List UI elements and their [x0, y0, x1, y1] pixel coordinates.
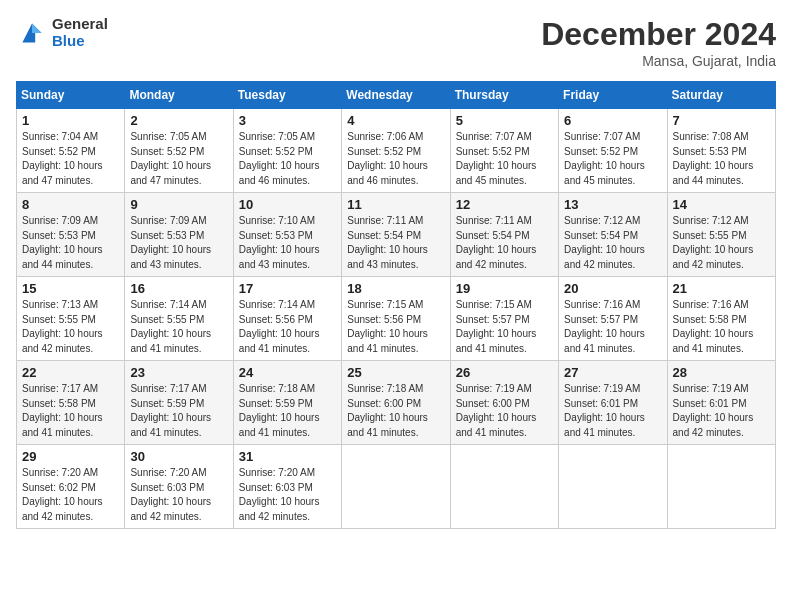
day-info: Sunrise: 7:18 AM Sunset: 6:00 PM Dayligh… — [347, 382, 444, 440]
calendar-cell — [559, 445, 667, 529]
day-info: Sunrise: 7:14 AM Sunset: 5:56 PM Dayligh… — [239, 298, 336, 356]
calendar-cell: 18Sunrise: 7:15 AM Sunset: 5:56 PM Dayli… — [342, 277, 450, 361]
calendar-cell: 14Sunrise: 7:12 AM Sunset: 5:55 PM Dayli… — [667, 193, 775, 277]
day-info: Sunrise: 7:18 AM Sunset: 5:59 PM Dayligh… — [239, 382, 336, 440]
col-wednesday: Wednesday — [342, 82, 450, 109]
day-info: Sunrise: 7:07 AM Sunset: 5:52 PM Dayligh… — [564, 130, 661, 188]
day-number: 17 — [239, 281, 336, 296]
calendar-cell: 12Sunrise: 7:11 AM Sunset: 5:54 PM Dayli… — [450, 193, 558, 277]
logo-text: General Blue — [52, 16, 108, 49]
logo-icon — [16, 17, 48, 49]
day-number: 1 — [22, 113, 119, 128]
day-info: Sunrise: 7:12 AM Sunset: 5:55 PM Dayligh… — [673, 214, 770, 272]
day-number: 21 — [673, 281, 770, 296]
calendar-cell: 7Sunrise: 7:08 AM Sunset: 5:53 PM Daylig… — [667, 109, 775, 193]
day-info: Sunrise: 7:17 AM Sunset: 5:58 PM Dayligh… — [22, 382, 119, 440]
day-info: Sunrise: 7:19 AM Sunset: 6:01 PM Dayligh… — [564, 382, 661, 440]
calendar-cell: 8Sunrise: 7:09 AM Sunset: 5:53 PM Daylig… — [17, 193, 125, 277]
calendar-cell: 17Sunrise: 7:14 AM Sunset: 5:56 PM Dayli… — [233, 277, 341, 361]
calendar-cell: 11Sunrise: 7:11 AM Sunset: 5:54 PM Dayli… — [342, 193, 450, 277]
calendar-cell: 29Sunrise: 7:20 AM Sunset: 6:02 PM Dayli… — [17, 445, 125, 529]
day-info: Sunrise: 7:11 AM Sunset: 5:54 PM Dayligh… — [347, 214, 444, 272]
calendar-cell: 13Sunrise: 7:12 AM Sunset: 5:54 PM Dayli… — [559, 193, 667, 277]
day-number: 5 — [456, 113, 553, 128]
day-number: 31 — [239, 449, 336, 464]
calendar-cell: 26Sunrise: 7:19 AM Sunset: 6:00 PM Dayli… — [450, 361, 558, 445]
day-info: Sunrise: 7:20 AM Sunset: 6:02 PM Dayligh… — [22, 466, 119, 524]
calendar-cell: 3Sunrise: 7:05 AM Sunset: 5:52 PM Daylig… — [233, 109, 341, 193]
day-number: 24 — [239, 365, 336, 380]
calendar-cell: 10Sunrise: 7:10 AM Sunset: 5:53 PM Dayli… — [233, 193, 341, 277]
col-friday: Friday — [559, 82, 667, 109]
calendar-cell: 16Sunrise: 7:14 AM Sunset: 5:55 PM Dayli… — [125, 277, 233, 361]
logo-blue-text: Blue — [52, 33, 108, 50]
day-info: Sunrise: 7:05 AM Sunset: 5:52 PM Dayligh… — [239, 130, 336, 188]
calendar-week-5: 29Sunrise: 7:20 AM Sunset: 6:02 PM Dayli… — [17, 445, 776, 529]
day-info: Sunrise: 7:14 AM Sunset: 5:55 PM Dayligh… — [130, 298, 227, 356]
col-saturday: Saturday — [667, 82, 775, 109]
day-number: 2 — [130, 113, 227, 128]
calendar-cell: 9Sunrise: 7:09 AM Sunset: 5:53 PM Daylig… — [125, 193, 233, 277]
col-thursday: Thursday — [450, 82, 558, 109]
calendar-cell: 1Sunrise: 7:04 AM Sunset: 5:52 PM Daylig… — [17, 109, 125, 193]
calendar-cell: 31Sunrise: 7:20 AM Sunset: 6:03 PM Dayli… — [233, 445, 341, 529]
day-number: 29 — [22, 449, 119, 464]
calendar-cell: 30Sunrise: 7:20 AM Sunset: 6:03 PM Dayli… — [125, 445, 233, 529]
day-number: 12 — [456, 197, 553, 212]
calendar-week-2: 8Sunrise: 7:09 AM Sunset: 5:53 PM Daylig… — [17, 193, 776, 277]
day-number: 16 — [130, 281, 227, 296]
month-title: December 2024 — [541, 16, 776, 53]
day-number: 28 — [673, 365, 770, 380]
day-number: 22 — [22, 365, 119, 380]
col-monday: Monday — [125, 82, 233, 109]
day-info: Sunrise: 7:09 AM Sunset: 5:53 PM Dayligh… — [130, 214, 227, 272]
calendar-week-4: 22Sunrise: 7:17 AM Sunset: 5:58 PM Dayli… — [17, 361, 776, 445]
calendar-cell: 5Sunrise: 7:07 AM Sunset: 5:52 PM Daylig… — [450, 109, 558, 193]
day-info: Sunrise: 7:12 AM Sunset: 5:54 PM Dayligh… — [564, 214, 661, 272]
day-number: 15 — [22, 281, 119, 296]
location: Mansa, Gujarat, India — [541, 53, 776, 69]
day-number: 6 — [564, 113, 661, 128]
calendar-cell — [342, 445, 450, 529]
calendar-cell: 23Sunrise: 7:17 AM Sunset: 5:59 PM Dayli… — [125, 361, 233, 445]
page-header: General Blue December 2024 Mansa, Gujara… — [16, 16, 776, 69]
day-number: 9 — [130, 197, 227, 212]
day-info: Sunrise: 7:16 AM Sunset: 5:58 PM Dayligh… — [673, 298, 770, 356]
day-number: 26 — [456, 365, 553, 380]
day-info: Sunrise: 7:10 AM Sunset: 5:53 PM Dayligh… — [239, 214, 336, 272]
calendar-cell: 27Sunrise: 7:19 AM Sunset: 6:01 PM Dayli… — [559, 361, 667, 445]
day-number: 8 — [22, 197, 119, 212]
day-number: 14 — [673, 197, 770, 212]
logo: General Blue — [16, 16, 108, 49]
calendar-cell: 4Sunrise: 7:06 AM Sunset: 5:52 PM Daylig… — [342, 109, 450, 193]
calendar-cell: 21Sunrise: 7:16 AM Sunset: 5:58 PM Dayli… — [667, 277, 775, 361]
svg-marker-1 — [32, 23, 42, 33]
day-number: 4 — [347, 113, 444, 128]
col-tuesday: Tuesday — [233, 82, 341, 109]
day-info: Sunrise: 7:19 AM Sunset: 6:00 PM Dayligh… — [456, 382, 553, 440]
calendar-cell: 28Sunrise: 7:19 AM Sunset: 6:01 PM Dayli… — [667, 361, 775, 445]
day-info: Sunrise: 7:11 AM Sunset: 5:54 PM Dayligh… — [456, 214, 553, 272]
day-info: Sunrise: 7:15 AM Sunset: 5:56 PM Dayligh… — [347, 298, 444, 356]
day-info: Sunrise: 7:15 AM Sunset: 5:57 PM Dayligh… — [456, 298, 553, 356]
day-info: Sunrise: 7:06 AM Sunset: 5:52 PM Dayligh… — [347, 130, 444, 188]
day-number: 10 — [239, 197, 336, 212]
day-number: 25 — [347, 365, 444, 380]
day-info: Sunrise: 7:20 AM Sunset: 6:03 PM Dayligh… — [130, 466, 227, 524]
day-info: Sunrise: 7:20 AM Sunset: 6:03 PM Dayligh… — [239, 466, 336, 524]
day-number: 30 — [130, 449, 227, 464]
title-block: December 2024 Mansa, Gujarat, India — [541, 16, 776, 69]
day-info: Sunrise: 7:16 AM Sunset: 5:57 PM Dayligh… — [564, 298, 661, 356]
col-sunday: Sunday — [17, 82, 125, 109]
day-number: 27 — [564, 365, 661, 380]
header-row: Sunday Monday Tuesday Wednesday Thursday… — [17, 82, 776, 109]
calendar-cell: 25Sunrise: 7:18 AM Sunset: 6:00 PM Dayli… — [342, 361, 450, 445]
calendar-header: Sunday Monday Tuesday Wednesday Thursday… — [17, 82, 776, 109]
day-info: Sunrise: 7:04 AM Sunset: 5:52 PM Dayligh… — [22, 130, 119, 188]
day-number: 13 — [564, 197, 661, 212]
calendar-body: 1Sunrise: 7:04 AM Sunset: 5:52 PM Daylig… — [17, 109, 776, 529]
calendar-cell: 19Sunrise: 7:15 AM Sunset: 5:57 PM Dayli… — [450, 277, 558, 361]
calendar-cell — [450, 445, 558, 529]
calendar-week-1: 1Sunrise: 7:04 AM Sunset: 5:52 PM Daylig… — [17, 109, 776, 193]
day-info: Sunrise: 7:17 AM Sunset: 5:59 PM Dayligh… — [130, 382, 227, 440]
